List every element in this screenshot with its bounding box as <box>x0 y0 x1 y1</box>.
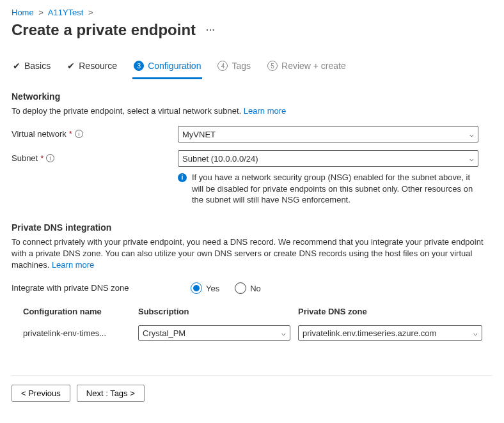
vnet-select[interactable]: MyVNET ⌵ <box>178 126 478 142</box>
step-badge: 3 <box>134 61 144 71</box>
tab-resource[interactable]: ✔ Resource <box>66 57 118 79</box>
radio-label: No <box>250 284 261 293</box>
subnet-row: Subnet * i Subnet (10.0.0.0/24) ⌵ i If y… <box>12 150 492 206</box>
dns-table: Configuration name Subscription Private … <box>19 302 486 343</box>
radio-yes[interactable]: Yes <box>191 282 219 294</box>
dns-desc: To connect privately with your private e… <box>12 236 485 272</box>
table-header-row: Configuration name Subscription Private … <box>19 302 486 323</box>
subnet-control: Subnet (10.0.0.0/24) ⌵ i If you have a n… <box>178 150 478 206</box>
select-value: Subnet (10.0.0.0/24) <box>182 154 258 164</box>
check-icon: ✔ <box>13 61 20 71</box>
select-value: MyVNET <box>182 130 216 139</box>
required-icon: * <box>40 153 43 163</box>
info-icon[interactable]: i <box>46 154 54 162</box>
tab-label: Tags <box>232 61 251 71</box>
tab-configuration[interactable]: 3 Configuration <box>132 57 202 79</box>
table-row: privatelink-env-times... Crystal_PM ⌵ pr… <box>19 323 486 343</box>
page-title-text: Create a private endpoint <box>12 21 196 39</box>
chevron-down-icon: ⌵ <box>469 155 474 163</box>
radio-no[interactable]: No <box>235 282 261 294</box>
col-config: Configuration name <box>19 302 134 323</box>
required-icon: * <box>69 129 72 139</box>
chevron-down-icon: ⌵ <box>469 130 474 139</box>
radio-label: Yes <box>206 284 219 293</box>
learn-more-link[interactable]: Learn more <box>52 260 94 270</box>
subnet-select[interactable]: Subnet (10.0.0.0/24) ⌵ <box>178 150 478 167</box>
chevron-right-icon: > <box>38 8 43 17</box>
desc-text: To deploy the private endpoint, select a… <box>12 106 244 116</box>
cell-zone: privatelink.env.timeseries.azure.com ⌵ <box>294 323 486 343</box>
nsg-info: i If you have a network security group (… <box>178 172 478 206</box>
vnet-control: MyVNET ⌵ <box>178 126 478 142</box>
next-button[interactable]: Next : Tags > <box>77 385 145 402</box>
tab-label: Configuration <box>148 61 201 71</box>
tab-basics[interactable]: ✔ Basics <box>12 57 52 79</box>
step-badge: 4 <box>217 61 228 71</box>
radio-icon <box>235 282 246 294</box>
radio-icon <box>191 282 202 294</box>
tab-tags[interactable]: 4 Tags <box>216 57 252 79</box>
tab-label: Review + create <box>281 61 346 71</box>
networking-heading: Networking <box>12 91 492 102</box>
integrate-label: Integrate with private DNS zone <box>12 280 191 293</box>
chevron-down-icon: ⌵ <box>281 329 286 337</box>
more-icon[interactable]: ··· <box>206 25 216 35</box>
tab-label: Basics <box>24 61 51 71</box>
label-text: Virtual network <box>12 129 67 139</box>
check-icon: ✔ <box>67 61 75 71</box>
page-title: Create a private endpoint ··· <box>12 21 492 39</box>
col-subscription: Subscription <box>134 302 294 323</box>
dns-heading: Private DNS integration <box>12 222 492 233</box>
tab-label: Resource <box>79 61 117 71</box>
chevron-down-icon: ⌵ <box>473 329 478 337</box>
nsg-info-text: If you have a network security group (NS… <box>192 172 478 206</box>
col-zone: Private DNS zone <box>294 302 486 323</box>
vnet-row: Virtual network * i MyVNET ⌵ <box>12 126 492 142</box>
select-value: Crystal_PM <box>143 328 185 338</box>
select-value: privatelink.env.timeseries.azure.com <box>303 328 436 338</box>
tab-review-create[interactable]: 5 Review + create <box>266 57 347 79</box>
info-icon: i <box>178 173 187 182</box>
info-icon[interactable]: i <box>75 130 83 138</box>
zone-select[interactable]: privatelink.env.timeseries.azure.com ⌵ <box>298 325 482 341</box>
previous-button[interactable]: < Previous <box>12 385 70 402</box>
networking-desc: To deploy the private endpoint, select a… <box>12 105 485 117</box>
breadcrumb-home[interactable]: Home <box>12 8 34 17</box>
step-badge: 5 <box>267 61 278 71</box>
integrate-row: Integrate with private DNS zone Yes No <box>12 280 492 294</box>
subnet-label: Subnet * i <box>12 150 178 163</box>
cell-config-name: privatelink-env-times... <box>19 323 134 343</box>
breadcrumb-parent[interactable]: A11YTest <box>48 8 84 17</box>
breadcrumb: Home > A11YTest > <box>12 8 492 17</box>
integrate-radio-group: Yes No <box>191 280 261 294</box>
vnet-label: Virtual network * i <box>12 126 178 139</box>
wizard-tabs: ✔ Basics ✔ Resource 3 Configuration 4 Ta… <box>12 57 492 80</box>
cell-subscription: Crystal_PM ⌵ <box>134 323 294 343</box>
wizard-footer: < Previous Next : Tags > <box>12 375 492 402</box>
label-text: Subnet <box>12 153 38 163</box>
chevron-right-icon: > <box>88 8 93 17</box>
subscription-select[interactable]: Crystal_PM ⌵ <box>138 325 290 341</box>
learn-more-link[interactable]: Learn more <box>244 106 286 116</box>
